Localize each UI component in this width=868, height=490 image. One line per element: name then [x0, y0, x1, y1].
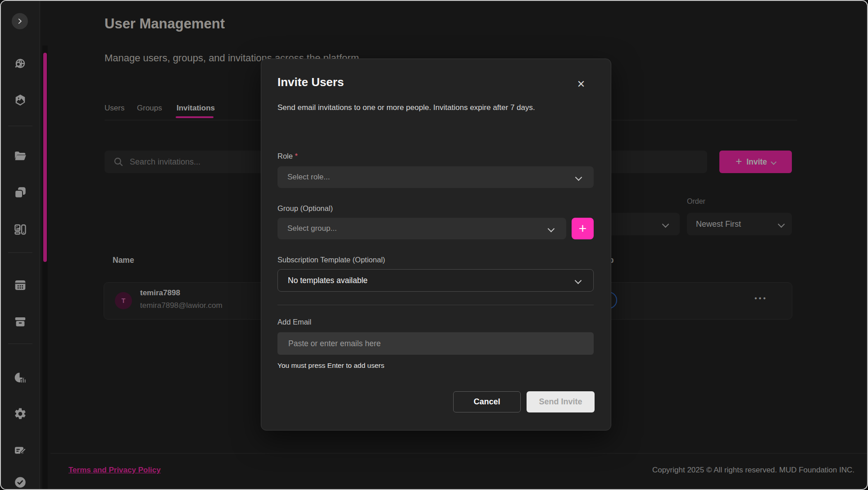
sidebar-item-settings[interactable] [14, 407, 27, 421]
cancel-button[interactable]: Cancel [453, 391, 521, 412]
sidebar-item-archive[interactable] [14, 315, 27, 329]
sidebar-item-media[interactable] [14, 93, 27, 107]
layout-icon [14, 223, 27, 236]
sidebar-divider [8, 252, 32, 253]
role-select-placeholder: Select role... [287, 173, 330, 182]
card-edit-icon [14, 444, 27, 457]
modal-title: Invite Users [277, 75, 344, 89]
sidebar-item-analytics[interactable] [14, 371, 27, 385]
group-label: Group (Optional) [277, 204, 333, 213]
pie-chart-icon [14, 371, 27, 385]
close-icon[interactable]: ✕ [574, 77, 588, 92]
folder-open-icon [14, 149, 27, 163]
group-select-placeholder: Select group... [287, 224, 337, 233]
group-select[interactable]: Select group... [277, 218, 566, 239]
chevron-down-icon [548, 225, 555, 232]
calendar-icon [14, 278, 27, 292]
email-helper-text: You must press Enter to add users [277, 362, 384, 370]
sidebar-item-discover[interactable] [14, 57, 27, 71]
template-select[interactable]: No templates available [277, 269, 594, 292]
chevron-down-icon [575, 277, 582, 284]
check-circle-icon [14, 476, 27, 489]
app-window: User Management Manage users, groups, an… [0, 0, 868, 490]
sidebar [1, 1, 40, 489]
add-group-button[interactable]: + [572, 218, 594, 239]
copies-icon [14, 186, 27, 199]
role-select[interactable]: Select role... [277, 166, 594, 188]
chevron-down-icon [575, 174, 582, 181]
sidebar-item-calendar[interactable] [14, 278, 27, 292]
globe-search-icon [14, 57, 27, 71]
role-label: Role * [277, 152, 298, 160]
archive-box-icon [14, 315, 27, 329]
email-input[interactable] [287, 339, 582, 349]
required-asterisk: * [295, 152, 298, 160]
sidebar-item-subscriptions[interactable] [14, 444, 27, 457]
sidebar-divider [8, 343, 32, 344]
gear-icon [14, 407, 27, 421]
sidebar-item-layout[interactable] [14, 223, 27, 236]
send-invite-button[interactable]: Send Invite [527, 391, 595, 412]
role-label-text: Role [277, 152, 293, 160]
media-cube-icon [14, 93, 27, 107]
template-label: Subscription Template (Optional) [277, 256, 385, 264]
modal-description: Send email invitations to one or more pe… [277, 102, 569, 114]
modal-divider [277, 305, 594, 305]
sidebar-divider [8, 126, 32, 126]
sidebar-item-status[interactable] [14, 476, 27, 489]
invite-users-modal: Invite Users ✕ Send email invitations to… [261, 59, 611, 430]
sidebar-collapse-button[interactable] [12, 13, 28, 29]
template-select-value: No templates available [288, 276, 368, 285]
chevron-right-icon [16, 17, 24, 25]
sidebar-item-collections[interactable] [14, 186, 27, 199]
sidebar-item-files[interactable] [14, 149, 27, 163]
email-input-wrap [277, 332, 594, 355]
add-email-label: Add Email [277, 318, 311, 326]
